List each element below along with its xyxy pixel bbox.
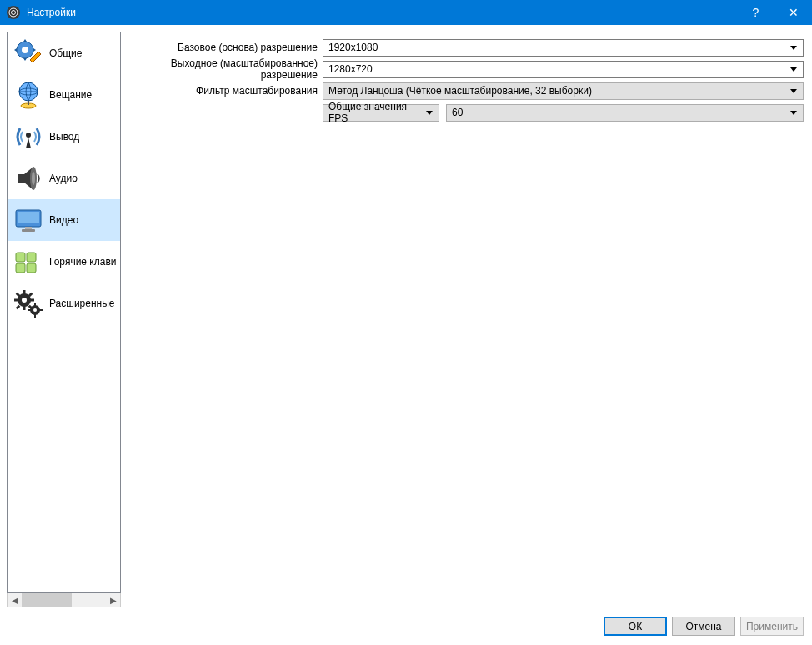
dialog-footer: ОК Отмена Применить (0, 608, 812, 645)
svg-rect-24 (30, 299, 34, 302)
chevron-down-icon (788, 68, 799, 72)
sidebar-item-advanced[interactable]: Расширенные (8, 282, 120, 324)
monitor-icon (11, 202, 46, 238)
svg-rect-12 (18, 212, 39, 223)
svg-rect-32 (34, 314, 36, 318)
keyboard-keys-icon (11, 244, 46, 279)
svg-rect-14 (22, 229, 35, 232)
chevron-down-icon (788, 46, 799, 50)
downscale-filter-combo[interactable]: Метод Ланцоша (Чёткое масштабирование, 3… (323, 82, 804, 100)
help-button[interactable]: ? (737, 0, 774, 25)
fps-value-combo[interactable]: 60 (446, 104, 804, 122)
speaker-icon (11, 161, 46, 196)
nav-label: Аудио (49, 172, 78, 184)
svg-rect-15 (16, 252, 25, 262)
base-resolution-combo[interactable]: 1920x1080 (323, 39, 804, 57)
svg-rect-7 (28, 101, 29, 105)
fps-mode-combo[interactable]: Общие значения FPS (323, 104, 439, 122)
nav-label: Вещание (49, 89, 92, 101)
app-logo-icon (7, 6, 20, 19)
svg-rect-13 (25, 227, 32, 229)
sidebar-item-video[interactable]: Видео (8, 199, 120, 241)
svg-rect-23 (14, 299, 18, 302)
settings-content: Базовое (основа) разрешение 1920x1080 Вы… (126, 32, 805, 608)
output-resolution-label: Выходное (масштабированное) разрешение (128, 58, 319, 81)
scroll-thumb[interactable] (22, 593, 72, 607)
sidebar-item-hotkeys[interactable]: Горячие клавиши (8, 241, 120, 282)
svg-point-8 (26, 132, 31, 138)
svg-rect-18 (27, 263, 36, 272)
gear-wrench-icon (11, 36, 46, 71)
svg-point-10 (32, 172, 35, 185)
svg-rect-33 (28, 309, 31, 311)
svg-rect-34 (39, 309, 43, 311)
settings-sidebar: Общие Вещание (7, 32, 121, 593)
downscale-filter-label: Фильтр масштабирования (128, 85, 319, 97)
apply-button: Применить (740, 617, 804, 636)
svg-point-0 (9, 8, 18, 17)
globe-network-icon (11, 78, 46, 112)
cancel-button[interactable]: Отмена (672, 617, 735, 636)
svg-point-30 (33, 308, 37, 312)
svg-rect-17 (16, 263, 25, 272)
nav-label: Видео (49, 214, 78, 226)
nav-label: Общие (49, 48, 82, 59)
gears-icon (11, 286, 46, 321)
sidebar-item-general[interactable]: Общие (8, 32, 120, 74)
chevron-down-icon (788, 89, 799, 93)
svg-rect-21 (23, 290, 26, 294)
output-resolution-combo[interactable]: 1280x720 (323, 61, 804, 78)
nav-label: Вывод (49, 131, 79, 142)
close-button[interactable]: ✕ (774, 0, 812, 25)
window-title: Настройки (27, 7, 76, 18)
chevron-down-icon (788, 111, 799, 115)
chevron-down-icon (424, 111, 435, 115)
titlebar: Настройки ? ✕ (0, 0, 812, 25)
scroll-right-arrow-icon[interactable]: ▶ (106, 593, 120, 607)
nav-label: Горячие клавиши (49, 256, 117, 268)
svg-rect-22 (23, 306, 26, 310)
sidebar-item-output[interactable]: Вывод (8, 116, 120, 158)
ok-button[interactable]: ОК (604, 617, 667, 636)
nav-label: Расширенные (49, 298, 115, 309)
svg-rect-31 (34, 302, 36, 306)
svg-rect-16 (27, 252, 36, 262)
svg-rect-28 (16, 305, 21, 310)
antenna-signal-icon (11, 119, 46, 154)
svg-point-20 (22, 298, 27, 302)
base-resolution-label: Базовое (основа) разрешение (128, 42, 319, 53)
sidebar-item-audio[interactable]: Аудио (8, 158, 120, 199)
sidebar-item-stream[interactable]: Вещание (8, 74, 120, 116)
scroll-left-arrow-icon[interactable]: ◀ (8, 593, 22, 607)
svg-point-3 (22, 47, 28, 53)
sidebar-horizontal-scrollbar[interactable]: ◀ ▶ (7, 593, 121, 608)
